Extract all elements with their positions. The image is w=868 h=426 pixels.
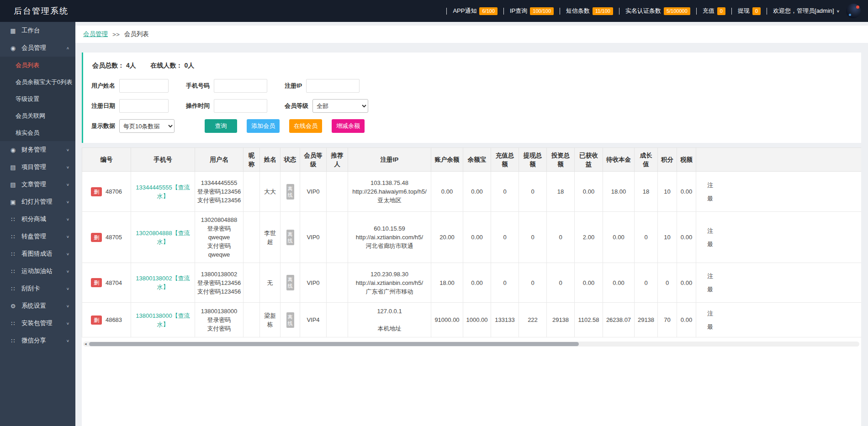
- points-mall-icon: ∷: [9, 216, 17, 223]
- sidebar-subitem[interactable]: 等级设置: [0, 90, 75, 107]
- sidebar-item[interactable]: ◉财务管理∨: [0, 141, 75, 158]
- time-line: 注: [707, 224, 861, 237]
- nickname-cell: [243, 263, 260, 303]
- member-phone-link[interactable]: 13800138000【查流水】: [133, 311, 193, 329]
- referrer-cell: [327, 212, 348, 263]
- sidebar-item[interactable]: ▤文章管理∨: [0, 176, 75, 193]
- member-level-select[interactable]: 全部: [312, 99, 368, 113]
- chevron-up-icon: ∧: [66, 46, 69, 50]
- scroll-left-icon[interactable]: ◂: [85, 342, 87, 347]
- count-badge: 6/100: [479, 7, 498, 15]
- member-phone-link[interactable]: 13344445555【查流水】: [133, 183, 193, 200]
- sidebar-item[interactable]: ◉会员管理∧: [0, 39, 75, 57]
- yuebao-cell: 0.00: [463, 172, 491, 212]
- name-cell: 大大: [260, 172, 281, 212]
- topbar-stat[interactable]: 实名认证条数5/100000: [625, 7, 690, 15]
- register-ip-cell: 120.230.98.30http://ai.xztianbin.com/h5/…: [348, 263, 431, 303]
- projects-icon: ▤: [9, 164, 17, 171]
- column-header: 积分: [658, 148, 677, 172]
- growth-value-cell: 0: [635, 212, 658, 263]
- column-header: 状态: [281, 148, 300, 172]
- scrollbar-thumb[interactable]: [89, 342, 579, 346]
- delete-button[interactable]: 删: [91, 233, 102, 242]
- sidebar-item[interactable]: ∷看图猜成语∨: [0, 245, 75, 263]
- horizontal-scrollbar[interactable]: ◂: [83, 342, 859, 347]
- delete-button[interactable]: 删: [91, 187, 102, 196]
- delete-button[interactable]: 删: [91, 278, 102, 287]
- sidebar-item[interactable]: ∷微信分享∨: [0, 332, 75, 349]
- page-size-select[interactable]: 每页10条数据: [119, 119, 175, 133]
- username-line: 登录密码123456: [197, 279, 241, 287]
- sidebar-item-label: 积分商城: [21, 215, 64, 223]
- topbar-stat-label: APP通知: [453, 7, 476, 15]
- member-phone-link[interactable]: 13800138002【查流水】: [133, 274, 193, 291]
- level-cell: VIP0: [300, 172, 327, 212]
- query-button[interactable]: 查询: [205, 119, 237, 133]
- tax-cell: 0.00: [677, 303, 696, 337]
- username-line: 13020804888: [197, 216, 241, 224]
- status-cell: 离线: [281, 212, 300, 263]
- app-title: 后台管理系统: [0, 5, 69, 16]
- username-line: 登录密码123456: [197, 187, 241, 196]
- online-members-button[interactable]: 在线会员: [289, 119, 322, 133]
- username-line: 13344445555: [197, 179, 241, 187]
- sidebar-item[interactable]: ▤项目管理∨: [0, 158, 75, 176]
- breadcrumb-parent-link[interactable]: 会员管理: [83, 30, 108, 38]
- idiom-game-icon: ∷: [9, 251, 17, 258]
- sidebar-item-label: 会员管理: [21, 44, 64, 52]
- username-cell: 13800138002登录密码123456支付密码123456: [195, 263, 243, 303]
- sidebar-item[interactable]: ▣幻灯片管理∨: [0, 193, 75, 210]
- username-input[interactable]: [119, 79, 169, 93]
- sidebar-subitem[interactable]: 会员列表: [0, 57, 75, 74]
- yuebao-cell: 0.00: [463, 212, 491, 263]
- reg-date-label: 注册日期: [91, 102, 115, 110]
- column-header: 已获收益: [575, 148, 603, 172]
- topbar-stat[interactable]: 充值0: [703, 7, 725, 15]
- column-header: 用户名: [195, 148, 243, 172]
- sidebar-subitem[interactable]: 核实会员: [0, 124, 75, 141]
- articles-icon: ▤: [9, 181, 17, 188]
- topbar-stat[interactable]: 短信条数11/100: [566, 7, 613, 15]
- phone-input[interactable]: [214, 79, 267, 93]
- sidebar-item[interactable]: ∷安装包管理∨: [0, 315, 75, 332]
- slides-icon: ▣: [9, 199, 17, 205]
- time-line: 最: [707, 283, 861, 296]
- nickname-cell: [243, 303, 260, 337]
- avatar[interactable]: [846, 4, 861, 18]
- add-member-button[interactable]: 添加会员: [247, 119, 280, 133]
- sidebar-item[interactable]: ∷刮刮卡∨: [0, 280, 75, 297]
- divider: [731, 8, 732, 15]
- topbar-stat[interactable]: APP通知6/100: [453, 7, 498, 15]
- filter-row-3: 显示数据 每页10条数据 查询添加会员在线会员增减余额: [91, 119, 852, 133]
- sidebar-item[interactable]: ▦工作台: [0, 22, 75, 39]
- sidebar-item[interactable]: ∷转盘管理∨: [0, 228, 75, 245]
- package-icon: ∷: [9, 320, 17, 327]
- member-table: 编号手机号用户名昵称姓名状态会员等级推荐人注册IP账户余额余额宝充值总额提现总额…: [82, 147, 861, 337]
- column-header: 编号: [82, 148, 131, 172]
- username-line: 支付密码: [197, 324, 241, 333]
- member-phone-link[interactable]: 13020804888【查流水】: [133, 229, 193, 246]
- column-header: 会员等级: [300, 148, 327, 172]
- sidebar-item[interactable]: ⚙系统设置∨: [0, 297, 75, 315]
- sidebar-item-label: 财务管理: [21, 146, 64, 154]
- sidebar-item[interactable]: ∷运动加油站∨: [0, 263, 75, 280]
- sidebar-subitem[interactable]: 会员余额宝大于0列表: [0, 74, 75, 90]
- register-ip-cell: 127.0.0.1本机地址: [348, 303, 431, 337]
- op-time-input[interactable]: [214, 99, 267, 113]
- member-id: 48704: [106, 279, 122, 287]
- delete-button[interactable]: 删: [91, 316, 102, 325]
- reg-ip-input[interactable]: [306, 79, 360, 93]
- sidebar-subitem[interactable]: 会员关联网: [0, 107, 75, 124]
- phone-label: 手机号码: [186, 82, 210, 90]
- member-id: 48683: [106, 316, 122, 324]
- topbar-stat[interactable]: 提现0: [738, 7, 761, 15]
- status-cell: 离线: [281, 263, 300, 303]
- chevron-down-icon: ∨: [66, 287, 69, 291]
- topbar-stat[interactable]: IP查询100/100: [510, 7, 554, 15]
- adjust-balance-button[interactable]: 增减余额: [332, 119, 365, 133]
- column-header: [696, 148, 862, 172]
- level-cell: VIP0: [300, 263, 327, 303]
- user-menu[interactable]: 欢迎您，管理员[admin] ∨: [773, 7, 840, 15]
- sidebar-item[interactable]: ∷积分商城∨: [0, 210, 75, 228]
- reg-date-input[interactable]: [119, 99, 169, 113]
